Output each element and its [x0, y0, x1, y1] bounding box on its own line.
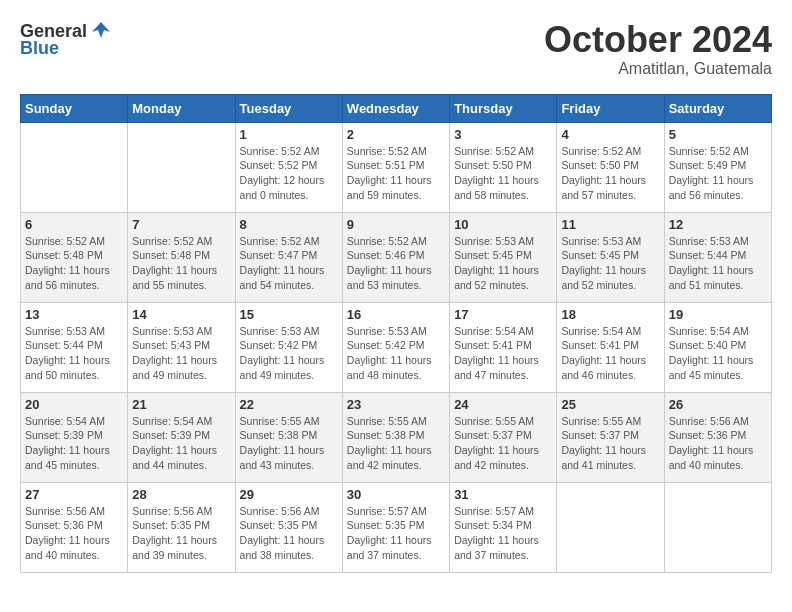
- week-row-1: 1Sunrise: 5:52 AMSunset: 5:52 PMDaylight…: [21, 122, 772, 212]
- day-cell: 18Sunrise: 5:54 AMSunset: 5:41 PMDayligh…: [557, 302, 664, 392]
- day-info: Sunrise: 5:53 AMSunset: 5:42 PMDaylight:…: [240, 324, 338, 383]
- day-number: 12: [669, 217, 767, 232]
- day-number: 10: [454, 217, 552, 232]
- day-number: 27: [25, 487, 123, 502]
- day-number: 3: [454, 127, 552, 142]
- day-number: 6: [25, 217, 123, 232]
- day-cell: 1Sunrise: 5:52 AMSunset: 5:52 PMDaylight…: [235, 122, 342, 212]
- day-info: Sunrise: 5:56 AMSunset: 5:35 PMDaylight:…: [240, 504, 338, 563]
- header-tuesday: Tuesday: [235, 94, 342, 122]
- day-number: 15: [240, 307, 338, 322]
- day-cell: 20Sunrise: 5:54 AMSunset: 5:39 PMDayligh…: [21, 392, 128, 482]
- day-cell: 12Sunrise: 5:53 AMSunset: 5:44 PMDayligh…: [664, 212, 771, 302]
- day-number: 7: [132, 217, 230, 232]
- day-number: 17: [454, 307, 552, 322]
- day-cell: 15Sunrise: 5:53 AMSunset: 5:42 PMDayligh…: [235, 302, 342, 392]
- day-info: Sunrise: 5:56 AMSunset: 5:36 PMDaylight:…: [669, 414, 767, 473]
- day-number: 31: [454, 487, 552, 502]
- day-cell: 7Sunrise: 5:52 AMSunset: 5:48 PMDaylight…: [128, 212, 235, 302]
- day-number: 22: [240, 397, 338, 412]
- header-friday: Friday: [557, 94, 664, 122]
- title-block: October 2024 Amatitlan, Guatemala: [544, 20, 772, 78]
- day-number: 2: [347, 127, 445, 142]
- day-info: Sunrise: 5:55 AMSunset: 5:37 PMDaylight:…: [561, 414, 659, 473]
- day-info: Sunrise: 5:52 AMSunset: 5:48 PMDaylight:…: [132, 234, 230, 293]
- day-info: Sunrise: 5:57 AMSunset: 5:34 PMDaylight:…: [454, 504, 552, 563]
- day-number: 9: [347, 217, 445, 232]
- day-cell: 27Sunrise: 5:56 AMSunset: 5:36 PMDayligh…: [21, 482, 128, 572]
- day-cell: [557, 482, 664, 572]
- day-info: Sunrise: 5:53 AMSunset: 5:44 PMDaylight:…: [669, 234, 767, 293]
- day-info: Sunrise: 5:55 AMSunset: 5:38 PMDaylight:…: [347, 414, 445, 473]
- day-info: Sunrise: 5:53 AMSunset: 5:44 PMDaylight:…: [25, 324, 123, 383]
- day-cell: 13Sunrise: 5:53 AMSunset: 5:44 PMDayligh…: [21, 302, 128, 392]
- day-cell: 6Sunrise: 5:52 AMSunset: 5:48 PMDaylight…: [21, 212, 128, 302]
- day-number: 1: [240, 127, 338, 142]
- day-number: 4: [561, 127, 659, 142]
- svg-marker-0: [92, 22, 110, 38]
- day-number: 20: [25, 397, 123, 412]
- day-cell: [128, 122, 235, 212]
- day-info: Sunrise: 5:52 AMSunset: 5:49 PMDaylight:…: [669, 144, 767, 203]
- day-number: 25: [561, 397, 659, 412]
- day-info: Sunrise: 5:53 AMSunset: 5:43 PMDaylight:…: [132, 324, 230, 383]
- day-cell: 8Sunrise: 5:52 AMSunset: 5:47 PMDaylight…: [235, 212, 342, 302]
- day-number: 29: [240, 487, 338, 502]
- day-cell: 11Sunrise: 5:53 AMSunset: 5:45 PMDayligh…: [557, 212, 664, 302]
- day-cell: 26Sunrise: 5:56 AMSunset: 5:36 PMDayligh…: [664, 392, 771, 482]
- day-cell: 31Sunrise: 5:57 AMSunset: 5:34 PMDayligh…: [450, 482, 557, 572]
- header-monday: Monday: [128, 94, 235, 122]
- week-row-2: 6Sunrise: 5:52 AMSunset: 5:48 PMDaylight…: [21, 212, 772, 302]
- page-header: General Blue October 2024 Amatitlan, Gua…: [20, 20, 772, 78]
- day-info: Sunrise: 5:56 AMSunset: 5:35 PMDaylight:…: [132, 504, 230, 563]
- day-cell: [664, 482, 771, 572]
- logo-blue-text: Blue: [20, 38, 59, 59]
- day-cell: 9Sunrise: 5:52 AMSunset: 5:46 PMDaylight…: [342, 212, 449, 302]
- day-number: 8: [240, 217, 338, 232]
- day-info: Sunrise: 5:54 AMSunset: 5:40 PMDaylight:…: [669, 324, 767, 383]
- day-info: Sunrise: 5:54 AMSunset: 5:41 PMDaylight:…: [561, 324, 659, 383]
- day-info: Sunrise: 5:57 AMSunset: 5:35 PMDaylight:…: [347, 504, 445, 563]
- day-cell: 2Sunrise: 5:52 AMSunset: 5:51 PMDaylight…: [342, 122, 449, 212]
- logo-bird-icon: [90, 20, 112, 42]
- day-cell: 16Sunrise: 5:53 AMSunset: 5:42 PMDayligh…: [342, 302, 449, 392]
- day-info: Sunrise: 5:54 AMSunset: 5:39 PMDaylight:…: [132, 414, 230, 473]
- day-cell: 10Sunrise: 5:53 AMSunset: 5:45 PMDayligh…: [450, 212, 557, 302]
- logo: General Blue: [20, 20, 113, 59]
- day-number: 28: [132, 487, 230, 502]
- day-info: Sunrise: 5:53 AMSunset: 5:42 PMDaylight:…: [347, 324, 445, 383]
- day-info: Sunrise: 5:53 AMSunset: 5:45 PMDaylight:…: [561, 234, 659, 293]
- day-info: Sunrise: 5:52 AMSunset: 5:50 PMDaylight:…: [561, 144, 659, 203]
- day-cell: 3Sunrise: 5:52 AMSunset: 5:50 PMDaylight…: [450, 122, 557, 212]
- day-info: Sunrise: 5:52 AMSunset: 5:48 PMDaylight:…: [25, 234, 123, 293]
- day-cell: 22Sunrise: 5:55 AMSunset: 5:38 PMDayligh…: [235, 392, 342, 482]
- day-cell: 21Sunrise: 5:54 AMSunset: 5:39 PMDayligh…: [128, 392, 235, 482]
- week-row-4: 20Sunrise: 5:54 AMSunset: 5:39 PMDayligh…: [21, 392, 772, 482]
- day-cell: 25Sunrise: 5:55 AMSunset: 5:37 PMDayligh…: [557, 392, 664, 482]
- calendar-table: SundayMondayTuesdayWednesdayThursdayFrid…: [20, 94, 772, 573]
- day-cell: [21, 122, 128, 212]
- day-number: 21: [132, 397, 230, 412]
- day-number: 23: [347, 397, 445, 412]
- day-number: 18: [561, 307, 659, 322]
- day-number: 16: [347, 307, 445, 322]
- day-cell: 29Sunrise: 5:56 AMSunset: 5:35 PMDayligh…: [235, 482, 342, 572]
- day-cell: 5Sunrise: 5:52 AMSunset: 5:49 PMDaylight…: [664, 122, 771, 212]
- day-info: Sunrise: 5:55 AMSunset: 5:38 PMDaylight:…: [240, 414, 338, 473]
- day-number: 11: [561, 217, 659, 232]
- day-cell: 14Sunrise: 5:53 AMSunset: 5:43 PMDayligh…: [128, 302, 235, 392]
- location: Amatitlan, Guatemala: [544, 60, 772, 78]
- day-info: Sunrise: 5:52 AMSunset: 5:51 PMDaylight:…: [347, 144, 445, 203]
- day-number: 26: [669, 397, 767, 412]
- day-number: 14: [132, 307, 230, 322]
- day-number: 24: [454, 397, 552, 412]
- day-info: Sunrise: 5:54 AMSunset: 5:39 PMDaylight:…: [25, 414, 123, 473]
- day-info: Sunrise: 5:52 AMSunset: 5:47 PMDaylight:…: [240, 234, 338, 293]
- week-row-5: 27Sunrise: 5:56 AMSunset: 5:36 PMDayligh…: [21, 482, 772, 572]
- day-number: 30: [347, 487, 445, 502]
- day-info: Sunrise: 5:52 AMSunset: 5:52 PMDaylight:…: [240, 144, 338, 203]
- day-cell: 4Sunrise: 5:52 AMSunset: 5:50 PMDaylight…: [557, 122, 664, 212]
- day-cell: 19Sunrise: 5:54 AMSunset: 5:40 PMDayligh…: [664, 302, 771, 392]
- day-info: Sunrise: 5:52 AMSunset: 5:46 PMDaylight:…: [347, 234, 445, 293]
- day-info: Sunrise: 5:52 AMSunset: 5:50 PMDaylight:…: [454, 144, 552, 203]
